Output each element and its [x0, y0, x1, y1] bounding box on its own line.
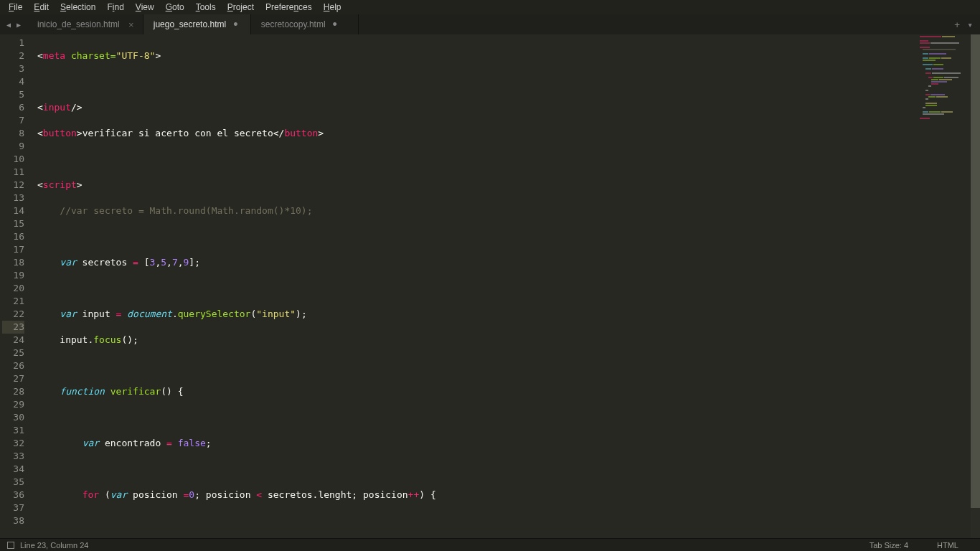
- line-number-gutter[interactable]: 1234567891011121314151617181920212223242…: [0, 34, 37, 538]
- tab-size[interactable]: Tab Size: 4: [870, 541, 908, 550]
- menu-tools[interactable]: Tools: [190, 1, 222, 14]
- menu-bar: File Edit Selection Find View Goto Tools…: [0, 0, 980, 14]
- code-area[interactable]: <meta charset="UTF-8"> <input/> <button>…: [37, 34, 980, 538]
- line-number[interactable]: 2: [2, 50, 24, 62]
- vertical-scrollbar[interactable]: [971, 34, 980, 538]
- menu-selection[interactable]: Selection: [55, 1, 101, 14]
- line-number[interactable]: 12: [2, 179, 24, 192]
- line-number[interactable]: 23: [2, 321, 24, 334]
- new-tab-icon[interactable]: +: [954, 19, 960, 30]
- menu-goto[interactable]: Goto: [160, 1, 190, 14]
- tab-nav: ◀ ▶: [0, 21, 27, 29]
- line-number[interactable]: 3: [2, 62, 24, 75]
- tab-label: secretocopy.html: [261, 19, 326, 29]
- line-number[interactable]: 26: [2, 359, 24, 372]
- line-number[interactable]: 11: [2, 166, 24, 179]
- line-number[interactable]: 19: [2, 269, 24, 282]
- tab-overflow-icon[interactable]: ▾: [967, 19, 973, 30]
- line-number[interactable]: 22: [2, 308, 24, 321]
- tab-bar-actions: + ▾: [954, 19, 980, 30]
- menu-view[interactable]: View: [130, 1, 160, 14]
- tab-juego-secreto[interactable]: juego_secreto.html •: [143, 14, 251, 34]
- line-number[interactable]: 37: [2, 501, 24, 514]
- scroll-thumb[interactable]: [971, 34, 980, 508]
- menu-edit[interactable]: Edit: [28, 1, 55, 14]
- line-number[interactable]: 17: [2, 243, 24, 256]
- menu-preferences[interactable]: Preferences: [260, 1, 318, 14]
- line-number[interactable]: 1: [2, 37, 24, 50]
- line-number[interactable]: 25: [2, 347, 24, 359]
- line-number[interactable]: 32: [2, 437, 24, 450]
- menu-project[interactable]: Project: [222, 1, 260, 14]
- line-number[interactable]: 36: [2, 489, 24, 501]
- line-number[interactable]: 6: [2, 101, 24, 114]
- line-number[interactable]: 29: [2, 398, 24, 411]
- cursor-position[interactable]: Line 23, Column 24: [20, 541, 88, 550]
- line-number[interactable]: 35: [2, 476, 24, 489]
- line-number[interactable]: 31: [2, 424, 24, 437]
- tab-bar: ◀ ▶ inicio_de_sesion.html × juego_secret…: [0, 14, 980, 34]
- line-number[interactable]: 15: [2, 217, 24, 230]
- line-number[interactable]: 7: [2, 114, 24, 127]
- line-number[interactable]: 33: [2, 450, 24, 463]
- tab-label: juego_secreto.html: [154, 19, 226, 29]
- line-number[interactable]: 10: [2, 153, 24, 166]
- line-number[interactable]: 9: [2, 140, 24, 153]
- line-number[interactable]: 34: [2, 463, 24, 476]
- status-bar: Line 23, Column 24 Tab Size: 4 HTML: [0, 538, 980, 551]
- tab-history-back-icon[interactable]: ◀: [4, 21, 13, 29]
- line-number[interactable]: 5: [2, 88, 24, 101]
- line-number[interactable]: 18: [2, 256, 24, 269]
- line-number[interactable]: 8: [2, 127, 24, 140]
- line-number[interactable]: 21: [2, 295, 24, 308]
- close-icon[interactable]: ×: [127, 19, 136, 30]
- line-number[interactable]: 4: [2, 75, 24, 88]
- line-number[interactable]: 20: [2, 282, 24, 295]
- line-number[interactable]: 28: [2, 385, 24, 398]
- tab-label: inicio_de_sesion.html: [37, 19, 120, 29]
- menu-help[interactable]: Help: [318, 1, 347, 14]
- editor: 1234567891011121314151617181920212223242…: [0, 34, 980, 538]
- line-number[interactable]: 24: [2, 334, 24, 347]
- menu-find[interactable]: Find: [101, 1, 129, 14]
- line-number[interactable]: 16: [2, 230, 24, 243]
- tab-inicio-de-sesion[interactable]: inicio_de_sesion.html ×: [27, 14, 143, 34]
- line-number[interactable]: 14: [2, 204, 24, 217]
- syntax-mode[interactable]: HTML: [937, 541, 958, 550]
- line-number[interactable]: 30: [2, 411, 24, 424]
- line-number[interactable]: 13: [2, 192, 24, 204]
- tab-history-forward-icon[interactable]: ▶: [14, 21, 23, 29]
- line-number[interactable]: 38: [2, 514, 24, 527]
- menu-file[interactable]: File: [3, 1, 28, 14]
- panel-switcher-icon[interactable]: [7, 542, 14, 549]
- tab-secretocopy[interactable]: secretocopy.html •: [251, 14, 359, 34]
- line-number[interactable]: 27: [2, 372, 24, 385]
